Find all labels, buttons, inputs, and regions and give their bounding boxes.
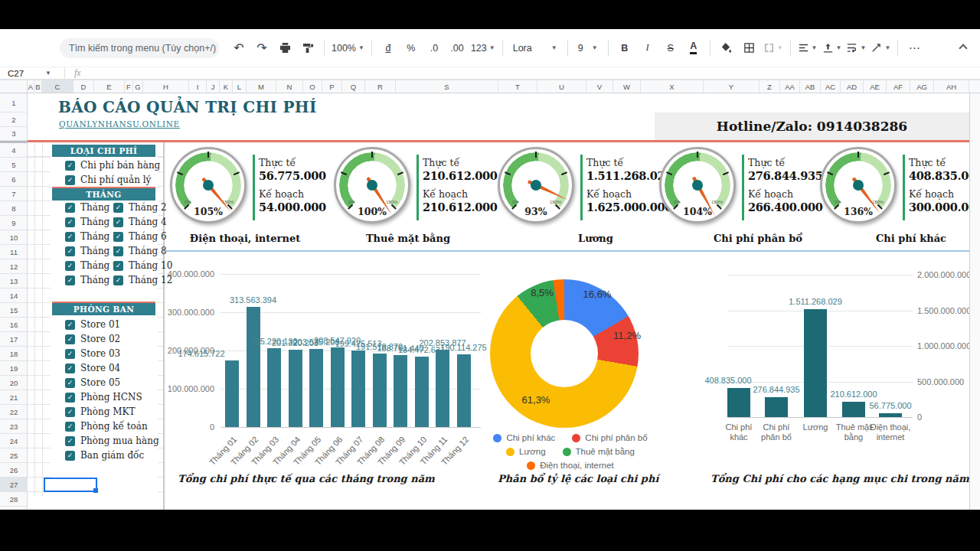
column-header-Y[interactable]: Y	[704, 80, 760, 93]
text-rotation-icon[interactable]: ▼	[871, 38, 890, 58]
print-icon[interactable]	[276, 38, 294, 58]
row-header-17[interactable]: 17	[0, 332, 28, 347]
filter-item-chi-phí-bán-hàng[interactable]: ✓Chi phí bán hàng	[65, 159, 160, 171]
column-header-V[interactable]: V	[586, 80, 613, 93]
column-header-D[interactable]: D	[74, 80, 94, 93]
column-header-P[interactable]: P	[322, 80, 342, 93]
filter-item-tháng-7[interactable]: ✓Tháng 7	[65, 245, 119, 257]
font-family-select[interactable]: Lora▼	[510, 38, 560, 58]
filter-item-tháng-2[interactable]: ✓Tháng 2	[113, 201, 167, 214]
column-header-M[interactable]: M	[247, 80, 276, 93]
collapse-toolbar-icon[interactable]	[948, 38, 966, 58]
row-header-10[interactable]: 10	[0, 230, 28, 245]
checkbox-checked-icon[interactable]: ✓	[65, 320, 75, 330]
merge-cells-icon[interactable]: ▼	[763, 38, 783, 58]
legend-item-chi-phí-phân-bổ[interactable]: Chi phí phân bổ	[572, 433, 647, 442]
column-header-R[interactable]: R	[365, 80, 396, 93]
filter-item-tháng-4[interactable]: ✓Tháng 4	[113, 216, 167, 228]
column-header-AB[interactable]: AB	[800, 80, 821, 93]
column-header-E[interactable]: E	[94, 80, 125, 93]
row-header-26[interactable]: 26	[0, 463, 28, 478]
checkbox-checked-icon[interactable]: ✓	[65, 349, 75, 359]
row-header-15[interactable]: 15	[0, 303, 28, 318]
italic-button[interactable]: I	[639, 38, 657, 58]
checkbox-checked-icon[interactable]: ✓	[65, 203, 75, 213]
borders-icon[interactable]	[740, 38, 759, 58]
row-header-11[interactable]: 11	[0, 245, 28, 259]
vertical-scrollbar[interactable]	[969, 93, 980, 510]
frozen-column-divider[interactable]	[163, 93, 165, 510]
row-header-4[interactable]: 4	[0, 143, 28, 158]
filter-item-phòng-mua-hàng[interactable]: ✓Phòng mua hàng	[65, 435, 159, 447]
column-header-I[interactable]: I	[189, 80, 207, 93]
row-header-5[interactable]: 5	[0, 158, 28, 172]
filter-item-ban-giám-đốc[interactable]: ✓Ban giám đốc	[65, 449, 144, 461]
filter-item-store-01[interactable]: ✓Store 01	[65, 318, 120, 331]
fill-handle[interactable]	[93, 488, 98, 493]
filter-item-phòng-kế-toán[interactable]: ✓Phòng kế toán	[65, 420, 148, 432]
filter-item-tháng-3[interactable]: ✓Tháng 3	[65, 216, 119, 228]
column-header-J[interactable]: J	[207, 80, 220, 93]
selected-cell[interactable]	[44, 478, 97, 492]
row-header-6[interactable]: 6	[0, 172, 28, 187]
filter-item-chi-phí-quản-lý[interactable]: ✓Chi phí quản lý	[65, 174, 151, 186]
gauge-dial[interactable]: 0%150%136%	[820, 147, 897, 223]
checkbox-checked-icon[interactable]: ✓	[65, 436, 75, 446]
column-header-H[interactable]: H	[143, 80, 189, 93]
menu-search-input[interactable]: Tìm kiếm trong menu (Tùy chọn+/)	[60, 38, 219, 58]
row-header-7[interactable]: 7	[0, 187, 28, 201]
filter-item-tháng-6[interactable]: ✓Tháng 6	[113, 230, 167, 243]
column-header-A[interactable]: A	[28, 80, 34, 93]
column-header-Q[interactable]: Q	[342, 80, 365, 93]
fill-color-icon[interactable]	[717, 38, 736, 58]
column-header-U[interactable]: U	[537, 80, 586, 93]
undo-icon[interactable]: ↶	[230, 38, 248, 58]
filter-item-tháng-5[interactable]: ✓Tháng 5	[65, 230, 119, 243]
checkbox-checked-icon[interactable]: ✓	[113, 276, 123, 285]
legend-item-điện-thoại,-internet[interactable]: Điện thoại, internet	[527, 461, 614, 470]
row-header-25[interactable]: 25	[0, 448, 28, 463]
checkbox-checked-icon[interactable]: ✓	[113, 232, 123, 242]
horizontal-align-icon[interactable]: ▼	[798, 38, 818, 58]
column-header-Z[interactable]: Z	[760, 80, 780, 93]
legend-item-lương[interactable]: Lương	[506, 447, 545, 456]
bold-button[interactable]: B	[616, 38, 634, 58]
column-header-L[interactable]: L	[233, 80, 247, 93]
checkbox-checked-icon[interactable]: ✓	[65, 276, 75, 285]
filter-item-store-04[interactable]: ✓Store 04	[65, 362, 120, 374]
column-header-AC[interactable]: AC	[821, 80, 841, 93]
column-header-AG[interactable]: AG	[910, 80, 934, 93]
filter-item-tháng-9[interactable]: ✓Tháng 9	[65, 259, 119, 272]
checkbox-checked-icon[interactable]: ✓	[65, 217, 75, 227]
row-header-23[interactable]: 23	[0, 419, 28, 434]
checkbox-checked-icon[interactable]: ✓	[65, 161, 75, 171]
row-header-28[interactable]: 28	[0, 492, 28, 507]
row-header-9[interactable]: 9	[0, 216, 28, 230]
column-header-K[interactable]: K	[220, 80, 233, 93]
checkbox-checked-icon[interactable]: ✓	[65, 261, 75, 271]
row-header-27[interactable]: 27	[0, 478, 28, 492]
filter-item-phòng-hcns[interactable]: ✓Phòng HCNS	[65, 391, 142, 403]
text-color-button[interactable]: A	[690, 41, 697, 54]
vertical-align-icon[interactable]: ▼	[822, 38, 842, 58]
percent-format-button[interactable]: %	[402, 38, 420, 58]
checkbox-checked-icon[interactable]: ✓	[65, 393, 75, 403]
column-header-S[interactable]: S	[396, 80, 498, 93]
more-options-icon[interactable]: ⋯	[905, 38, 923, 58]
column-header-AA[interactable]: AA	[780, 80, 800, 93]
filter-item-tháng-1[interactable]: ✓Tháng 1	[65, 201, 119, 214]
checkbox-checked-icon[interactable]: ✓	[65, 378, 75, 388]
checkbox-checked-icon[interactable]: ✓	[65, 246, 75, 256]
row-header-13[interactable]: 13	[0, 274, 28, 289]
row-header-1[interactable]: 1	[0, 93, 28, 112]
row-header-12[interactable]: 12	[0, 259, 28, 274]
filter-item-store-03[interactable]: ✓Store 03	[65, 347, 120, 360]
paint-format-icon[interactable]	[299, 38, 317, 58]
checkbox-checked-icon[interactable]: ✓	[65, 334, 75, 344]
checkbox-checked-icon[interactable]: ✓	[65, 422, 75, 432]
row-header-3[interactable]: 3	[0, 127, 28, 141]
row-header-22[interactable]: 22	[0, 405, 28, 419]
column-header-AE[interactable]: AE	[864, 80, 887, 93]
row-header-16[interactable]: 16	[0, 318, 28, 332]
column-header-C[interactable]: C	[42, 80, 74, 93]
